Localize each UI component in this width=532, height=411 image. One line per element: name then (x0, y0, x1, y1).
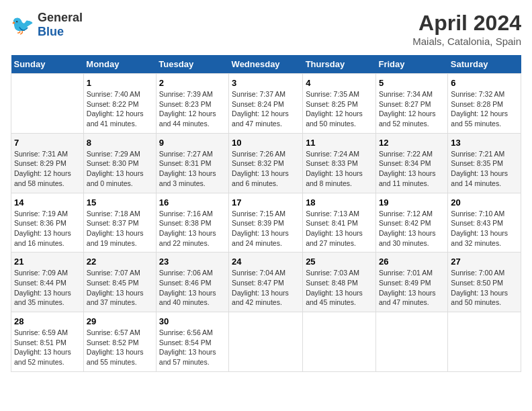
day-info: Sunrise: 7:40 AM Sunset: 8:22 PM Dayligh… (87, 89, 153, 129)
calendar-cell: 18Sunrise: 7:13 AM Sunset: 8:41 PM Dayli… (303, 193, 376, 253)
day-number: 17 (232, 197, 300, 208)
week-row-4: 21Sunrise: 7:09 AM Sunset: 8:44 PM Dayli… (11, 253, 521, 312)
day-info: Sunrise: 7:24 AM Sunset: 8:33 PM Dayligh… (306, 149, 373, 189)
day-number: 18 (306, 197, 373, 208)
calendar-cell: 15Sunrise: 7:18 AM Sunset: 8:37 PM Dayli… (83, 193, 156, 253)
calendar-cell: 27Sunrise: 7:00 AM Sunset: 8:50 PM Dayli… (448, 253, 521, 312)
calendar-cell: 1Sunrise: 7:40 AM Sunset: 8:22 PM Daylig… (83, 74, 156, 134)
day-number: 7 (14, 138, 81, 148)
calendar-cell: 7Sunrise: 7:31 AM Sunset: 8:29 PM Daylig… (11, 133, 84, 193)
calendar-cell: 8Sunrise: 7:29 AM Sunset: 8:30 PM Daylig… (83, 133, 156, 193)
day-info: Sunrise: 7:18 AM Sunset: 8:37 PM Dayligh… (87, 209, 153, 248)
page-header: 🐦 General Blue April 2024 Maials, Catalo… (11, 11, 521, 47)
day-info: Sunrise: 7:01 AM Sunset: 8:49 PM Dayligh… (379, 268, 445, 308)
calendar-cell: 9Sunrise: 7:27 AM Sunset: 8:31 PM Daylig… (156, 133, 228, 193)
day-info: Sunrise: 7:37 AM Sunset: 8:24 PM Dayligh… (232, 89, 300, 129)
calendar-cell: 14Sunrise: 7:19 AM Sunset: 8:36 PM Dayli… (11, 193, 84, 253)
day-number: 8 (87, 138, 153, 148)
day-info: Sunrise: 7:00 AM Sunset: 8:50 PM Dayligh… (451, 268, 518, 308)
day-number: 10 (232, 138, 300, 148)
day-number: 13 (451, 138, 518, 148)
day-number: 9 (159, 138, 226, 148)
day-number: 1 (87, 78, 153, 88)
header-wednesday: Wednesday (229, 55, 303, 74)
calendar-cell: 25Sunrise: 7:03 AM Sunset: 8:48 PM Dayli… (303, 253, 376, 312)
calendar-title: April 2024 (412, 11, 521, 36)
day-info: Sunrise: 7:13 AM Sunset: 8:41 PM Dayligh… (306, 209, 373, 248)
header-monday: Monday (83, 55, 156, 74)
day-info: Sunrise: 7:04 AM Sunset: 8:47 PM Dayligh… (232, 268, 300, 308)
day-info: Sunrise: 6:59 AM Sunset: 8:51 PM Dayligh… (14, 328, 81, 367)
calendar-cell (229, 312, 303, 372)
day-info: Sunrise: 7:07 AM Sunset: 8:45 PM Dayligh… (87, 268, 153, 308)
day-number: 4 (306, 78, 373, 88)
logo-wordmark: General Blue (38, 11, 83, 39)
week-row-1: 1Sunrise: 7:40 AM Sunset: 8:22 PM Daylig… (11, 74, 521, 134)
logo: 🐦 General Blue (11, 11, 83, 39)
day-info: Sunrise: 6:56 AM Sunset: 8:54 PM Dayligh… (159, 328, 226, 367)
day-number: 20 (451, 197, 518, 208)
day-info: Sunrise: 7:10 AM Sunset: 8:43 PM Dayligh… (451, 209, 518, 248)
calendar-cell (303, 312, 376, 372)
calendar-cell: 2Sunrise: 7:39 AM Sunset: 8:23 PM Daylig… (156, 74, 228, 134)
calendar-cell: 4Sunrise: 7:35 AM Sunset: 8:25 PM Daylig… (303, 74, 376, 134)
logo-general: General (38, 11, 83, 24)
calendar-cell (375, 312, 447, 372)
day-number: 21 (14, 257, 81, 267)
day-info: Sunrise: 7:35 AM Sunset: 8:25 PM Dayligh… (306, 89, 373, 129)
day-number: 30 (159, 316, 226, 326)
calendar-cell: 24Sunrise: 7:04 AM Sunset: 8:47 PM Dayli… (229, 253, 303, 312)
day-info: Sunrise: 7:27 AM Sunset: 8:31 PM Dayligh… (159, 149, 226, 189)
day-number: 12 (379, 138, 445, 148)
day-info: Sunrise: 7:21 AM Sunset: 8:35 PM Dayligh… (451, 149, 518, 189)
day-info: Sunrise: 7:32 AM Sunset: 8:28 PM Dayligh… (451, 89, 518, 129)
week-row-5: 28Sunrise: 6:59 AM Sunset: 8:51 PM Dayli… (11, 312, 521, 372)
calendar-cell: 6Sunrise: 7:32 AM Sunset: 8:28 PM Daylig… (448, 74, 521, 134)
day-info: Sunrise: 7:26 AM Sunset: 8:32 PM Dayligh… (232, 149, 300, 189)
svg-text:🐦: 🐦 (11, 14, 34, 36)
week-row-2: 7Sunrise: 7:31 AM Sunset: 8:29 PM Daylig… (11, 133, 521, 193)
calendar-cell: 3Sunrise: 7:37 AM Sunset: 8:24 PM Daylig… (229, 74, 303, 134)
day-number: 3 (232, 78, 300, 88)
logo-icon: 🐦 (11, 13, 35, 37)
day-info: Sunrise: 7:31 AM Sunset: 8:29 PM Dayligh… (14, 149, 81, 189)
day-info: Sunrise: 7:03 AM Sunset: 8:48 PM Dayligh… (306, 268, 373, 308)
day-number: 6 (451, 78, 518, 88)
day-info: Sunrise: 7:09 AM Sunset: 8:44 PM Dayligh… (14, 268, 81, 308)
title-block: April 2024 Maials, Catalonia, Spain (412, 11, 521, 47)
calendar-cell: 30Sunrise: 6:56 AM Sunset: 8:54 PM Dayli… (156, 312, 228, 372)
header-friday: Friday (375, 55, 447, 74)
day-number: 14 (14, 197, 81, 208)
day-number: 15 (87, 197, 153, 208)
calendar-cell (11, 74, 84, 134)
header-sunday: Sunday (11, 55, 84, 74)
calendar-cell: 22Sunrise: 7:07 AM Sunset: 8:45 PM Dayli… (83, 253, 156, 312)
calendar-header-row: SundayMondayTuesdayWednesdayThursdayFrid… (11, 55, 521, 74)
logo-blue: Blue (38, 25, 64, 38)
day-number: 24 (232, 257, 300, 267)
calendar-cell: 11Sunrise: 7:24 AM Sunset: 8:33 PM Dayli… (303, 133, 376, 193)
day-info: Sunrise: 7:06 AM Sunset: 8:46 PM Dayligh… (159, 268, 226, 308)
calendar-cell: 17Sunrise: 7:15 AM Sunset: 8:39 PM Dayli… (229, 193, 303, 253)
calendar-cell (448, 312, 521, 372)
day-number: 28 (14, 316, 81, 326)
day-info: Sunrise: 7:12 AM Sunset: 8:42 PM Dayligh… (379, 209, 445, 248)
calendar-cell: 26Sunrise: 7:01 AM Sunset: 8:49 PM Dayli… (375, 253, 447, 312)
calendar-cell: 23Sunrise: 7:06 AM Sunset: 8:46 PM Dayli… (156, 253, 228, 312)
calendar-location: Maials, Catalonia, Spain (412, 36, 521, 47)
calendar-cell: 10Sunrise: 7:26 AM Sunset: 8:32 PM Dayli… (229, 133, 303, 193)
week-row-3: 14Sunrise: 7:19 AM Sunset: 8:36 PM Dayli… (11, 193, 521, 253)
day-number: 23 (159, 257, 226, 267)
day-number: 2 (159, 78, 226, 88)
day-number: 5 (379, 78, 445, 88)
calendar-cell: 5Sunrise: 7:34 AM Sunset: 8:27 PM Daylig… (375, 74, 447, 134)
calendar-cell: 13Sunrise: 7:21 AM Sunset: 8:35 PM Dayli… (448, 133, 521, 193)
calendar-cell: 19Sunrise: 7:12 AM Sunset: 8:42 PM Dayli… (375, 193, 447, 253)
day-info: Sunrise: 7:22 AM Sunset: 8:34 PM Dayligh… (379, 149, 445, 189)
header-saturday: Saturday (448, 55, 521, 74)
calendar-cell: 28Sunrise: 6:59 AM Sunset: 8:51 PM Dayli… (11, 312, 84, 372)
day-info: Sunrise: 7:34 AM Sunset: 8:27 PM Dayligh… (379, 89, 445, 129)
calendar-table: SundayMondayTuesdayWednesdayThursdayFrid… (11, 55, 521, 372)
day-number: 11 (306, 138, 373, 148)
calendar-cell: 21Sunrise: 7:09 AM Sunset: 8:44 PM Dayli… (11, 253, 84, 312)
